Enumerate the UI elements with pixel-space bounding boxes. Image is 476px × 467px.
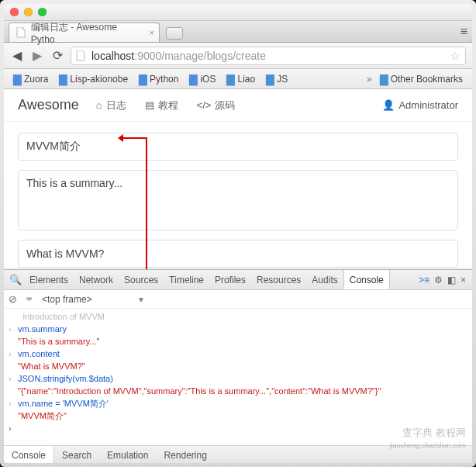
console-toolbar: ⊘ ⫧ <top frame>: [4, 290, 472, 309]
bookmarks-overflow-icon[interactable]: »: [367, 74, 372, 85]
tab-title: 编辑日志 - Awesome Pytho: [31, 21, 142, 45]
bookmark-item[interactable]: ▇Python: [136, 71, 181, 87]
tab-close-icon[interactable]: ×: [150, 28, 154, 37]
new-tab-button[interactable]: [166, 27, 183, 40]
dt-tab-network[interactable]: Network: [74, 270, 119, 289]
address-bar[interactable]: localhost:9000/manage/blogs/create ☆: [71, 47, 466, 65]
window-zoom-button[interactable]: [38, 8, 47, 16]
dt-tab-profiles[interactable]: Profiles: [209, 270, 251, 289]
nav-source[interactable]: </>源码: [197, 99, 236, 112]
blog-form: This is a summary...: [4, 122, 472, 278]
brand[interactable]: Awesome: [18, 97, 79, 113]
frame-selector[interactable]: <top frame>: [42, 294, 143, 305]
reload-button[interactable]: ⟳: [50, 48, 64, 63]
window-titlebar: [4, 4, 472, 21]
home-icon: ⌂: [96, 99, 102, 111]
annotation-arrow: [121, 137, 147, 139]
clear-console-icon[interactable]: ⊘: [9, 293, 17, 305]
site-icon: [76, 50, 87, 61]
bookmarks-bar: ▇Zuora ▇Lisp-akionobe ▇Python ▇iOS ▇Liao…: [4, 69, 472, 89]
window-close-button[interactable]: [10, 8, 19, 16]
user-icon: 👤: [382, 99, 395, 111]
content-input[interactable]: [18, 240, 458, 268]
bookmark-item[interactable]: ▇JS: [263, 71, 291, 87]
filter-icon[interactable]: ⫧: [25, 294, 34, 305]
devtools-close-icon[interactable]: ×: [460, 275, 466, 285]
tab-strip: 编辑日志 - Awesome Pytho × ≡: [4, 21, 472, 43]
back-button[interactable]: ◀: [10, 48, 24, 63]
dt-tab-elements[interactable]: Elements: [24, 270, 74, 289]
bookmark-star-icon[interactable]: ☆: [450, 50, 460, 62]
dt-tab-timeline[interactable]: Timeline: [164, 270, 209, 289]
folder-icon: ▇: [59, 73, 67, 85]
folder-icon: ▇: [189, 73, 198, 85]
name-input[interactable]: [18, 133, 458, 161]
window-minimize-button[interactable]: [24, 8, 33, 16]
settings-gear-icon[interactable]: ⚙: [434, 275, 443, 285]
dt-tab-console[interactable]: Console: [343, 270, 390, 289]
nav-tutorials[interactable]: ▤教程: [145, 99, 178, 112]
drawer-tab-rendering[interactable]: Rendering: [156, 446, 214, 463]
summary-textarea[interactable]: This is a summary...: [18, 170, 458, 230]
dock-icon[interactable]: ◧: [447, 275, 456, 285]
bookmark-item[interactable]: ▇iOS: [186, 71, 219, 87]
folder-icon: ▇: [380, 73, 388, 85]
forward-button: ▶: [30, 48, 44, 63]
drawer-tab-search[interactable]: Search: [54, 446, 99, 463]
bookmark-item[interactable]: ▇Zuora: [10, 71, 51, 87]
drawer-tab-console[interactable]: Console: [4, 446, 54, 463]
chrome-menu-icon[interactable]: ≡: [460, 25, 467, 39]
folder-icon: ▇: [226, 73, 235, 85]
page-content: Awesome ⌂日志 ▤教程 </>源码 👤Administrator Thi…: [4, 89, 472, 278]
watermark-url: jiaocheng.chazidian.com: [389, 441, 466, 449]
admin-link[interactable]: 👤Administrator: [382, 99, 458, 111]
bookmark-item[interactable]: ▇Liao: [223, 71, 258, 87]
console-output[interactable]: Introduction of MVVMvm.summary"This is a…: [4, 309, 472, 445]
other-bookmarks[interactable]: ▇Other Bookmarks: [377, 71, 466, 87]
dt-tab-sources[interactable]: Sources: [119, 270, 164, 289]
devtools-tabs: 🔍 Elements Network Sources Timeline Prof…: [4, 270, 472, 290]
watermark: 查字典 教程网: [402, 426, 466, 440]
inspect-icon[interactable]: 🔍: [7, 274, 24, 285]
nav-blogs[interactable]: ⌂日志: [96, 99, 126, 112]
dt-tab-audits[interactable]: Audits: [306, 270, 343, 289]
toolbar: ◀ ▶ ⟳ localhost:9000/manage/blogs/create…: [4, 43, 472, 69]
url-text: localhost:9000/manage/blogs/create: [91, 50, 266, 62]
code-icon: </>: [197, 99, 212, 111]
dt-tab-resources[interactable]: Resources: [251, 270, 306, 289]
folder-icon: ▇: [266, 73, 274, 85]
site-navbar: Awesome ⌂日志 ▤教程 </>源码 👤Administrator: [4, 89, 472, 122]
browser-tab[interactable]: 编辑日志 - Awesome Pytho ×: [9, 22, 160, 42]
drawer-toggle-icon[interactable]: >≡: [419, 275, 429, 285]
page-favicon: [16, 27, 26, 38]
bookmark-item[interactable]: ▇Lisp-akionobe: [56, 71, 131, 87]
folder-icon: ▇: [139, 73, 147, 85]
drawer-tab-emulation[interactable]: Emulation: [99, 446, 156, 463]
book-icon: ▤: [145, 99, 154, 111]
folder-icon: ▇: [13, 73, 22, 85]
